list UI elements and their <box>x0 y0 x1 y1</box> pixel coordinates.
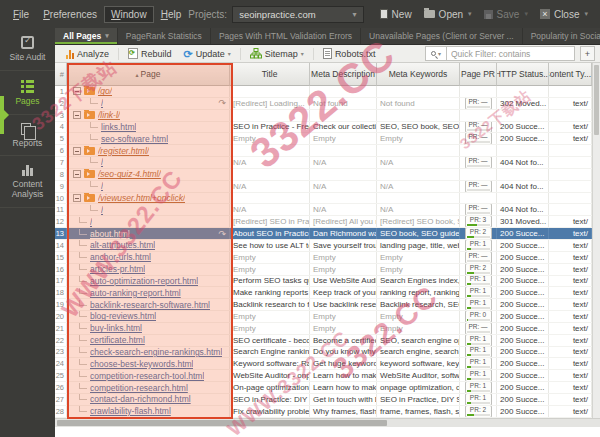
page-cell[interactable]: certificate.html <box>67 335 230 346</box>
page-cell[interactable]: /register.html/ <box>67 145 230 156</box>
menu-help[interactable]: Help <box>154 6 189 23</box>
page-link[interactable]: / <box>90 217 92 227</box>
vertical-scrollbar-thumb[interactable] <box>594 65 599 135</box>
tab-pagerank-statistics[interactable]: PageRank Statistics <box>118 28 211 44</box>
table-row[interactable]: 5seo-software.htmlEmptyEmptyEmptyPR: —20… <box>55 133 592 145</box>
page-link[interactable]: /viewuser.html+onclick/ <box>98 193 185 203</box>
table-row[interactable]: 23check-search-engine-rankings.htmlSearc… <box>55 347 592 359</box>
page-cell[interactable]: / <box>67 204 230 215</box>
table-row[interactable]: 2/↷[Redirect] Loading...Not foundNot fou… <box>55 98 592 110</box>
page-link[interactable]: blog-reviews.html <box>90 311 156 321</box>
table-row[interactable]: 3/link-l/ <box>55 110 592 122</box>
table-row[interactable]: 9/N/AN/AN/APR: —404 Not fo... <box>55 181 592 193</box>
sidebar-item-pages[interactable]: Pages <box>0 71 55 115</box>
table-row[interactable]: 18auto-ranking-report.htmlMake ranking r… <box>55 287 592 299</box>
page-cell[interactable]: contact-dan-richmond.html <box>67 394 230 405</box>
page-link[interactable]: check-search-engine-rankings.html <box>90 347 222 357</box>
column-header-page[interactable]: ▴ Page <box>67 63 230 86</box>
page-cell[interactable]: auto-ranking-report.html <box>67 287 230 298</box>
page-cell[interactable]: articles-pr.html <box>67 264 230 275</box>
page-link[interactable]: auto-ranking-report.html <box>90 288 181 298</box>
new-button[interactable]: New <box>374 9 418 20</box>
table-row[interactable]: 27contact-dan-richmond.htmlSEO in Practi… <box>55 394 592 406</box>
column-header-meta-keywords[interactable]: Meta Keywords <box>377 63 460 86</box>
page-link[interactable]: crawlability-flash.html <box>90 406 171 416</box>
menu-window[interactable]: Window <box>104 6 154 23</box>
page-cell[interactable]: seo-software.html <box>67 133 230 144</box>
page-cell[interactable]: / <box>67 216 230 227</box>
sidebar-item-reports[interactable]: Reports <box>0 115 55 157</box>
quick-filter-input[interactable] <box>447 46 575 61</box>
open-button[interactable]: Open ▾ <box>418 9 478 20</box>
page-cell[interactable]: /viewuser.html+onclick/ <box>67 193 230 204</box>
rebuild-button[interactable]: Rebuild <box>122 47 178 60</box>
page-cell[interactable]: / <box>67 181 230 192</box>
page-cell[interactable]: /go/ <box>67 86 230 97</box>
page-link[interactable]: competition-research-tool.html <box>90 371 204 381</box>
page-link[interactable]: /register.html/ <box>98 146 149 156</box>
column-header-title[interactable]: Title <box>230 63 310 86</box>
page-cell[interactable]: competition-research.html <box>67 382 230 393</box>
table-row[interactable]: 22certificate.htmlSEO certificate - beco… <box>55 335 592 347</box>
page-link[interactable]: seo-software.html <box>101 134 168 144</box>
page-cell[interactable]: choose-best-keywords.html <box>67 358 230 369</box>
tab-unavailable-pages-client-or-server[interactable]: Unavailable Pages (Client or Server ... <box>361 28 523 44</box>
page-link[interactable]: auto-optimization-report.html <box>90 276 198 286</box>
page-link[interactable]: competition-research.html <box>90 383 188 393</box>
page-cell[interactable]: crawlability-flash.html <box>67 406 230 417</box>
collapse-expander[interactable] <box>73 111 81 119</box>
page-cell[interactable]: /link-l/ <box>67 110 230 121</box>
table-row[interactable]: 21buy-links.htmlEmptyEmptyEmptyPR: —200 … <box>55 323 592 335</box>
sidebar-item-content-analysis[interactable]: Content Analysis <box>0 156 55 208</box>
page-cell[interactable]: auto-optimization-report.html <box>67 276 230 287</box>
page-link[interactable]: alt-attributes.html <box>90 240 155 250</box>
page-link[interactable]: certificate.html <box>90 335 145 345</box>
column-header-content-type[interactable]: Content Ty... <box>549 63 592 86</box>
collapse-expander[interactable] <box>73 147 81 155</box>
sidebar-item-site-audit[interactable]: Site Audit <box>0 28 55 71</box>
page-cell[interactable]: competition-research-tool.html <box>67 370 230 381</box>
table-row[interactable]: 26competition-research.htmlOn-page optim… <box>55 382 592 394</box>
page-cell[interactable]: backlink-research-software.html <box>67 299 230 310</box>
table-row[interactable]: 20blog-reviews.htmlEmptyEmptyEmptyPR: 02… <box>55 311 592 323</box>
tab-popularity-in-social-media[interactable]: Popularity in Social Media <box>523 28 600 44</box>
page-cell[interactable]: /↷ <box>67 98 230 109</box>
page-link[interactable]: /seo-quiz-4.html/ <box>98 169 161 179</box>
page-cell[interactable]: alt-attributes.html <box>67 240 230 251</box>
page-link[interactable]: articles-pr.html <box>90 264 145 274</box>
menu-file[interactable]: File <box>6 6 36 23</box>
table-row[interactable]: 24choose-best-keywords.htmlKeyword softw… <box>55 358 592 370</box>
menu-preferences[interactable]: Preferences <box>36 6 104 23</box>
page-link[interactable]: contact-dan-richmond.html <box>90 394 191 404</box>
table-row[interactable]: 14alt-attributes.htmlSee how to use ALT … <box>55 240 592 252</box>
analyze-button[interactable]: Analyze <box>60 48 115 60</box>
table-row[interactable]: 10/viewuser.html+onclick/ <box>55 193 592 205</box>
page-cell[interactable]: about.html↷ <box>67 228 230 239</box>
table-row[interactable]: 7/N/AN/AN/APR: —404 Not fo... <box>55 157 592 169</box>
page-link[interactable]: /go/ <box>98 86 112 96</box>
table-row[interactable]: 11/N/AN/AN/APR: —404 Not fo... <box>55 204 592 216</box>
table-row[interactable]: 25competition-research-tool.htmlWebSite … <box>55 370 592 382</box>
column-header-number[interactable]: # <box>55 63 67 86</box>
table-row[interactable]: 13about.html↷About SEO in Practice - ...… <box>55 228 592 240</box>
filter-scope-button[interactable]: ▾ <box>425 46 447 61</box>
page-link[interactable]: anchor-urls.html <box>90 252 151 262</box>
page-link[interactable]: / <box>101 98 103 108</box>
page-cell[interactable]: check-search-engine-rankings.html <box>67 347 230 358</box>
page-link[interactable]: / <box>101 205 103 215</box>
page-link[interactable]: backlink-research-software.html <box>90 300 210 310</box>
table-row[interactable]: 4links.htmlSEO in Practice - Free S...Ch… <box>55 122 592 134</box>
horizontal-scrollbar-thumb[interactable] <box>57 420 387 426</box>
collapse-expander[interactable] <box>73 170 81 178</box>
collapse-expander[interactable] <box>73 87 81 95</box>
vertical-scrollbar[interactable] <box>592 63 600 418</box>
table-row[interactable]: 16articles-pr.htmlEmptyEmptyEmptyPR: 220… <box>55 264 592 276</box>
table-row[interactable]: 8/seo-quiz-4.html/ <box>55 169 592 181</box>
page-link[interactable]: about.html <box>90 229 130 239</box>
page-cell[interactable]: links.html <box>67 122 230 133</box>
horizontal-scrollbar[interactable] <box>55 418 600 427</box>
table-row[interactable]: 1/go/ <box>55 86 592 98</box>
column-header-meta-description[interactable]: Meta Description <box>310 63 377 86</box>
tab-all-pages[interactable]: All Pages▾ <box>55 28 118 44</box>
page-cell[interactable]: blog-reviews.html <box>67 311 230 322</box>
